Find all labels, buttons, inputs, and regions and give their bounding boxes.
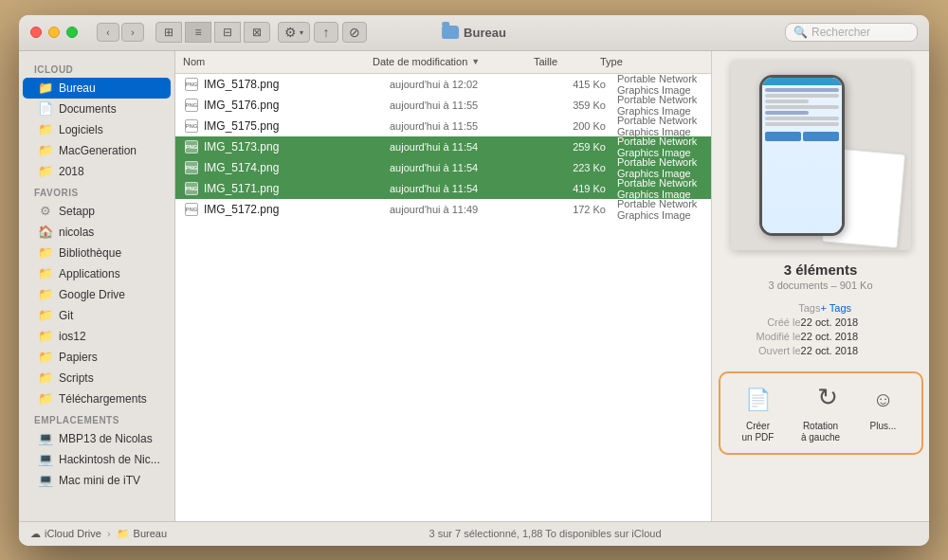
sidebar-item-telechargements[interactable]: 📁 Téléchargements [23,388,171,409]
column-header: Nom Date de modification ▼ Taille Type [175,51,711,74]
table-row[interactable]: PNG IMG_5178.png aujourd'hui à 12:02 415… [175,74,711,95]
sidebar-item-papiers[interactable]: 📁 Papiers [23,347,171,368]
breadcrumb-bureau[interactable]: 📁 Bureau [117,528,167,540]
doc-icon: 📄 [38,101,53,117]
sidebar-item-nicolas[interactable]: 🏠 nicolas [23,222,171,243]
table-row[interactable]: PNG IMG_5171.png aujourd'hui à 11:54 419… [175,178,711,199]
breadcrumb-sep: › [107,528,111,539]
sidebar-item-label: ios12 [59,330,86,343]
sidebar-item-git[interactable]: 📁 Git [23,305,171,326]
create-pdf-button[interactable]: 📄 Créerun PDF [732,383,785,443]
back-button[interactable]: ‹ [97,23,119,42]
file-icon: PNG [185,203,198,216]
search-input[interactable] [811,26,909,39]
breadcrumb-icloud[interactable]: ☁ iCloud Drive [30,528,101,540]
meta-label-created: Créé le [721,316,801,328]
sidebar-item-bibliotheque[interactable]: 📁 Bibliothèque [23,243,171,263]
folder-icon: 📁 [38,143,53,158]
sidebar-item-logiciels[interactable]: 📁 Logiciels [23,119,171,140]
file-icon: PNG [185,161,198,174]
file-name: IMG_5172.png [204,203,390,216]
col-taille: Taille [534,56,600,67]
more-button[interactable]: ☺ Plus... [857,383,910,443]
table-row[interactable]: PNG IMG_5174.png aujourd'hui à 11:54 223… [175,157,711,178]
sidebar-item-label: Hackintosh de Nic... [59,453,160,466]
col-nom: Nom [183,56,373,67]
computer-icon: 💻 [38,452,53,467]
sidebar-item-bureau[interactable]: 📁 Bureau [23,78,171,99]
file-name: IMG_5175.png [204,119,390,133]
phone-line [765,88,839,92]
meta-row-opened: Ouvert le 22 oct. 2018 [721,345,920,356]
file-date: aujourd'hui à 11:49 [390,204,551,215]
table-row[interactable]: PNG IMG_5176.png aujourd'hui à 11:55 359… [175,95,711,116]
breadcrumb-bureau-label: Bureau [134,528,167,539]
sidebar-item-label: MacGeneration [59,144,137,157]
sidebar-item-2018[interactable]: 📁 2018 [23,161,171,182]
file-size: 223 Ko [551,162,617,173]
file-name: IMG_5171.png [204,182,390,195]
sidebar-item-label: Bureau [59,81,96,95]
view-cover-button[interactable]: ⊠ [244,22,270,43]
forward-button[interactable]: › [121,23,144,42]
sidebar-section-icloud: iCloud [19,59,174,78]
sidebar-item-label: Applications [59,267,120,280]
home-icon: 🏠 [38,225,53,240]
sidebar-item-applications[interactable]: 📁 Applications [23,263,171,284]
view-list-button[interactable]: ≡ [185,22,211,43]
link-button[interactable]: ⊘ [342,22,367,43]
view-column-button[interactable]: ⊟ [214,22,241,43]
folder-icon: 📁 [38,370,53,386]
file-list: PNG IMG_5178.png aujourd'hui à 12:02 415… [175,74,711,521]
table-row[interactable]: PNG IMG_5175.png aujourd'hui à 11:55 200… [175,116,711,136]
sidebar-item-google-drive[interactable]: 📁 Google Drive [23,284,171,305]
sidebar: iCloud 📁 Bureau 📄 Documents 📁 Logiciels … [19,51,175,521]
folder-icon: 📁 [38,245,53,261]
folder-icon: 📁 [38,81,53,96]
table-row[interactable]: PNG IMG_5173.png aujourd'hui à 11:54 259… [175,136,711,157]
sidebar-item-label: Scripts [59,371,94,385]
file-size: 359 Ko [551,99,617,111]
folder-icon: 📁 [117,528,130,540]
sidebar-item-setapp[interactable]: ⚙ Setapp [23,201,171,222]
search-box[interactable]: 🔍 [785,23,918,42]
finder-window: ‹ › ⊞ ≡ ⊟ ⊠ ⚙ ▾ ↑ ⊘ Bureau � [19,15,929,546]
file-icon: PNG [185,182,198,195]
table-row[interactable]: PNG IMG_5172.png aujourd'hui à 11:49 172… [175,199,711,220]
pdf-icon: 📄 [741,383,775,417]
meta-row-modified: Modifié le 22 oct. 2018 [721,331,920,342]
folder-icon: 📁 [38,122,53,137]
minimize-button[interactable] [48,27,60,38]
computer-icon: 💻 [38,431,53,446]
share-button[interactable]: ↑ [314,22,338,43]
bottom-bar: ☁ iCloud Drive › 📁 Bureau 3 sur 7 sélect… [19,521,929,546]
close-button[interactable] [30,27,42,38]
sidebar-item-mbp13[interactable]: 💻 MBP13 de Nicolas [23,428,171,449]
sidebar-item-macgeneration[interactable]: 📁 MacGeneration [23,140,171,161]
phone-btn [803,132,839,141]
rotate-icon: ↺ [804,383,838,417]
meta-value-tags[interactable]: + Tags [821,302,921,314]
gear-menu-button[interactable]: ⚙ ▾ [278,22,310,43]
file-icon: PNG [185,140,198,154]
view-icon-button[interactable]: ⊞ [155,22,182,43]
sidebar-item-label: nicolas [59,226,94,239]
phone-line [765,99,810,103]
status-text: 3 sur 7 sélectionné, 1,88 To disponibles… [173,528,918,539]
rotate-left-button[interactable]: ↺ Rotationà gauche [794,383,848,443]
sidebar-item-scripts[interactable]: 📁 Scripts [23,368,171,388]
sidebar-item-mac-mini[interactable]: 💻 Mac mini de iTV [23,470,171,491]
sidebar-item-label: Mac mini de iTV [59,474,140,487]
maximize-button[interactable] [66,27,78,38]
meta-value-modified: 22 oct. 2018 [801,331,920,342]
sidebar-item-hackintosh[interactable]: 💻 Hackintosh de Nic... [23,449,171,470]
sidebar-item-documents[interactable]: 📄 Documents [23,99,171,119]
breadcrumb-icloud-label: iCloud Drive [45,528,101,539]
file-date: aujourd'hui à 11:54 [390,141,551,153]
file-size: 259 Ko [551,141,617,153]
phone-line [765,122,839,126]
sidebar-item-label: Google Drive [59,288,125,301]
search-icon: 🔍 [793,26,808,39]
sidebar-item-ios12[interactable]: 📁 ios12 [23,326,171,347]
preview-meta: Tags + Tags Créé le 22 oct. 2018 Modifié… [721,302,920,356]
